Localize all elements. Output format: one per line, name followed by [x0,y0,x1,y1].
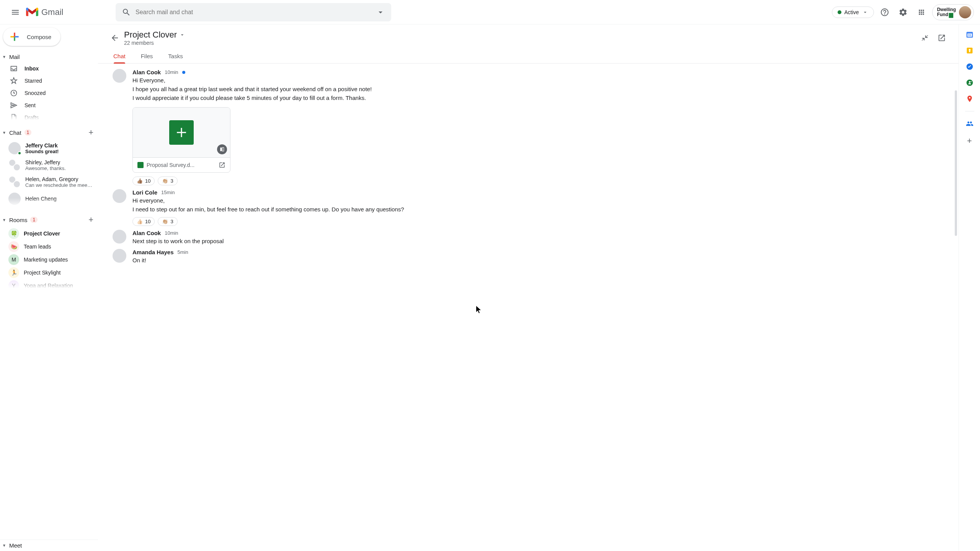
presence-status-label: Active [844,9,859,15]
chat-badge: 1 [24,129,32,136]
sheets-small-icon [137,162,144,168]
avatar-group-icon [8,176,21,188]
avatar-group-icon [8,159,21,171]
message-text: I would appreciate it if you could pleas… [132,94,943,102]
room-item[interactable]: 🍉Team leads [0,240,98,253]
mail-section-header[interactable]: ▼ Mail [0,51,98,62]
svg-point-7 [969,49,970,51]
draft-icon [10,114,18,120]
message-avatar [113,230,126,244]
message-avatar [113,249,126,263]
org-name-line1: Dwelling [937,7,956,12]
reaction-chip[interactable]: 👏🏼3 [158,177,177,185]
chat-conversation[interactable]: Jeffery ClarkSounds great! [0,140,98,157]
chat-title: Helen, Adam, Gregory [25,176,93,182]
tasks-app-icon[interactable] [966,63,973,70]
room-icon: Y [8,280,19,288]
svg-rect-8 [969,51,970,52]
room-title-button[interactable]: Project Clover [124,30,185,40]
chat-message: Amanda Hayes5minOn it! [132,249,943,264]
maps-app-icon[interactable] [966,95,973,103]
reaction-emoji: 👍🏽 [137,178,143,184]
collapse-button[interactable] [917,30,933,46]
attachment-preview [133,108,230,157]
gmail-logo[interactable]: Gmail [24,7,116,17]
chat-add-button[interactable]: + [88,128,93,137]
scrollbar[interactable] [955,90,957,244]
room-label: Project Skylight [24,270,60,276]
reaction-chip[interactable]: 👍🏽10 [132,177,155,185]
attachment-name: Proposal Survey.d... [147,162,216,168]
support-button[interactable] [877,5,892,20]
rooms-add-button[interactable]: + [88,215,93,225]
compose-button[interactable]: Compose [3,28,60,46]
calendar-app-icon[interactable]: 31 [966,31,973,38]
search-options-icon[interactable] [376,8,385,17]
chat-conversation[interactable]: Helen, Adam, GregoryCan we reschedule th… [0,173,98,190]
room-item[interactable]: 🍀Project Clover [0,227,98,240]
room-item[interactable]: 🏃Project Skylight [0,266,98,279]
rail-addons-button[interactable]: + [967,136,972,146]
meet-section-header[interactable]: ▼ Meet [0,540,98,551]
presence-status-button[interactable]: Active [832,7,874,18]
message-text: Hi Everyone, [132,76,943,84]
sheets-icon [169,120,194,145]
settings-button[interactable] [895,5,911,20]
apps-button[interactable] [914,5,929,20]
chat-section-header[interactable]: ▼ Chat 1 + [0,125,98,140]
main-menu-button[interactable] [6,3,24,21]
mail-section-title: Mail [9,54,20,60]
mail-nav-snoozed[interactable]: Snoozed [0,87,98,99]
mail-nav-drafts[interactable]: Drafts [0,111,98,120]
message-author: Alan Cook [132,69,161,75]
tab-tasks[interactable]: Tasks [168,53,183,63]
chat-conversation[interactable]: Shirley, JefferyAwesome, thanks. [0,157,98,173]
room-icon: 🍉 [8,241,19,252]
tab-files[interactable]: Files [141,53,153,63]
chat-conversation[interactable]: Helen Cheng [0,190,98,207]
message-text: Next step is to work on the proposal [132,237,943,245]
star-icon [10,77,18,85]
people-app-icon[interactable] [966,120,973,128]
back-button[interactable] [107,30,122,46]
chat-message: Alan Cook10minNext step is to work on th… [132,230,943,245]
message-time: 10min [165,69,178,75]
attachment-card[interactable]: Proposal Survey.d... [132,107,230,173]
mail-nav-sent[interactable]: Sent [0,99,98,111]
message-text: Hi everyone, [132,196,943,204]
avatar-icon [8,142,21,154]
tab-chat[interactable]: Chat [113,53,126,63]
open-external-icon[interactable] [219,162,225,168]
message-time: 5min [178,249,188,255]
search-bar[interactable] [116,3,391,21]
room-item[interactable]: YYoga and Relaxation [0,279,98,288]
rooms-section-header[interactable]: ▼ Rooms 1 + [0,213,98,227]
send-icon [10,101,18,109]
search-input[interactable] [136,9,376,16]
keep-app-icon[interactable] [966,47,973,54]
room-icon: M [8,254,19,265]
room-label: Team leads [24,244,51,250]
room-icon: 🍀 [8,228,19,239]
chat-title: Helen Cheng [25,196,57,202]
svg-point-12 [969,97,970,98]
account-button[interactable]: Dwelling Fund▆ [932,4,974,20]
message-author: Amanda Hayes [132,249,174,255]
reaction-chip[interactable]: 👍🏻10 [132,217,155,226]
gmail-brand-text: Gmail [41,7,63,17]
mail-nav-inbox[interactable]: Inbox [0,62,98,75]
chat-title: Jeffery Clark [25,142,59,149]
room-item[interactable]: MMarketing updates [0,253,98,266]
mail-nav-starred[interactable]: Starred [0,75,98,87]
compose-label: Compose [27,34,51,40]
avatar-icon [8,193,21,205]
message-avatar [113,189,126,203]
help-icon [880,8,889,17]
open-new-icon [938,34,946,42]
org-name-line2: Fund [937,12,948,17]
collapse-icon [921,34,929,42]
contacts-app-icon[interactable] [966,79,973,87]
reaction-chip[interactable]: 👏🏼3 [158,217,177,226]
popout-button[interactable] [934,30,949,46]
nav-label: Starred [24,78,42,84]
